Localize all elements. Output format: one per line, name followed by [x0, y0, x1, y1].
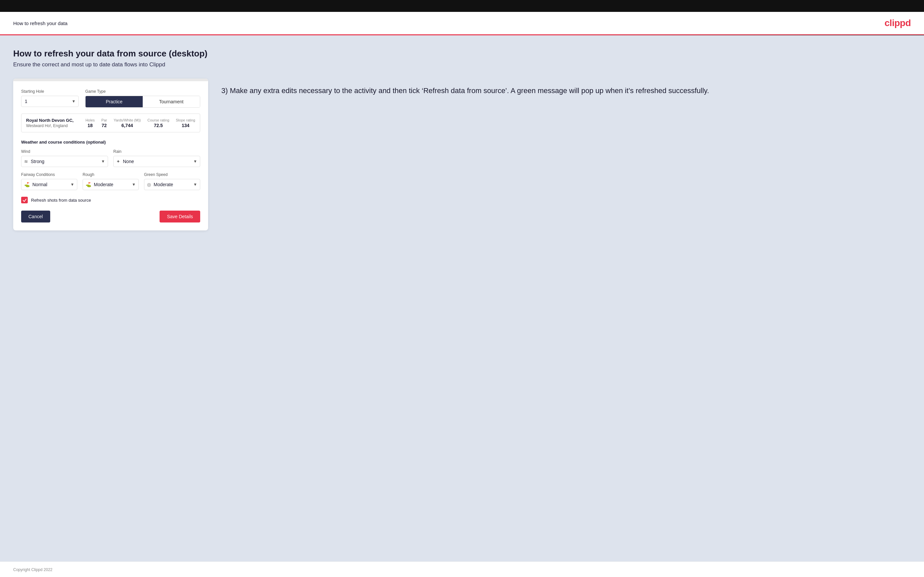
course-rating-label: Course rating: [147, 118, 169, 122]
starting-hole-group: Starting Hole 1 2 10 ▼: [21, 89, 79, 108]
fairway-select-wrapper: ⛳ Normal Soft Hard ▼: [21, 179, 77, 190]
starting-hole-label: Starting Hole: [21, 89, 79, 94]
green-speed-select-wrapper: ◎ Moderate Slow Fast ▼: [144, 179, 200, 190]
course-stat-slope-rating: Slope rating 134: [176, 118, 195, 128]
course-stat-yards: Yards/White (M)) 6,744: [114, 118, 141, 128]
refresh-checkbox[interactable]: [21, 197, 28, 203]
fairway-select[interactable]: Normal Soft Hard: [32, 179, 77, 190]
wind-select[interactable]: Strong None Light Moderate: [31, 156, 108, 167]
card-top-strip: [13, 79, 208, 81]
checkbox-row: Refresh shots from data source: [21, 197, 200, 203]
green-speed-icon: ◎: [144, 182, 153, 187]
green-speed-label: Green Speed: [144, 172, 200, 177]
starting-hole-select[interactable]: 1 2 10: [21, 96, 78, 106]
header-title: How to refresh your data: [13, 21, 68, 26]
refresh-checkbox-label: Refresh shots from data source: [31, 198, 91, 203]
wind-group: Wind ≋ Strong None Light Moderate ▼: [21, 149, 108, 167]
course-name: Royal North Devon GC,: [26, 118, 79, 123]
holes-label: Holes: [86, 118, 95, 122]
form-actions: Cancel Save Details: [21, 211, 200, 222]
form-inner: Starting Hole 1 2 10 ▼ Game Type: [13, 81, 208, 230]
game-type-label: Game Type: [85, 89, 200, 94]
fairway-group: Fairway Conditions ⛳ Normal Soft Hard ▼: [21, 172, 77, 190]
top-bar: [0, 0, 924, 12]
course-location: Westward Ho!, England: [26, 124, 79, 128]
yards-label: Yards/White (M)): [114, 118, 141, 122]
wind-icon: ≋: [21, 159, 31, 164]
main-content: How to refresh your data from source (de…: [0, 35, 924, 561]
green-speed-group: Green Speed ◎ Moderate Slow Fast ▼: [144, 172, 200, 190]
green-speed-select[interactable]: Moderate Slow Fast: [153, 179, 200, 190]
course-stat-course-rating: Course rating 72.5: [147, 118, 169, 128]
rough-select-wrapper: ⛳ Moderate Light Heavy ▼: [82, 179, 139, 190]
description-panel: 3) Make any extra edits necessary to the…: [221, 79, 911, 96]
practice-button[interactable]: Practice: [86, 96, 143, 107]
save-button[interactable]: Save Details: [160, 211, 200, 222]
par-label: Par: [102, 118, 107, 122]
yards-value: 6,744: [114, 123, 141, 128]
rough-group: Rough ⛳ Moderate Light Heavy ▼: [82, 172, 139, 190]
conditions-row-2: Fairway Conditions ⛳ Normal Soft Hard ▼: [21, 172, 200, 190]
conditions-section-label: Weather and course conditions (optional): [21, 140, 200, 145]
rain-select[interactable]: None Light Heavy: [123, 156, 200, 167]
logo: clippd: [885, 18, 911, 28]
description-text: 3) Make any extra edits necessary to the…: [221, 85, 911, 96]
rough-select[interactable]: Moderate Light Heavy: [94, 179, 139, 190]
course-rating-value: 72.5: [147, 123, 169, 128]
page-subheading: Ensure the correct and most up to date d…: [13, 61, 911, 68]
fairway-label: Fairway Conditions: [21, 172, 77, 177]
header: How to refresh your data clippd: [0, 12, 924, 35]
fairway-icon: ⛳: [21, 182, 32, 187]
par-value: 72: [102, 123, 107, 128]
rain-icon: ✦: [114, 159, 123, 164]
rough-icon: ⛳: [83, 182, 94, 187]
starting-hole-game-type-row: Starting Hole 1 2 10 ▼ Game Type: [21, 89, 200, 108]
wind-select-wrapper: ≋ Strong None Light Moderate ▼: [21, 156, 108, 167]
rain-label: Rain: [113, 149, 200, 154]
game-type-group: Game Type Practice Tournament: [85, 89, 200, 108]
page-heading: How to refresh your data from source (de…: [13, 48, 911, 59]
course-stat-par: Par 72: [102, 118, 107, 128]
footer: Copyright Clippd 2022: [0, 561, 924, 577]
footer-text: Copyright Clippd 2022: [13, 567, 53, 572]
holes-value: 18: [86, 123, 95, 128]
game-type-buttons: Practice Tournament: [85, 96, 200, 108]
rain-select-wrapper: ✦ None Light Heavy ▼: [113, 156, 200, 167]
form-card: Starting Hole 1 2 10 ▼ Game Type: [13, 79, 208, 230]
course-stat-holes: Holes 18: [86, 118, 95, 128]
course-row: Royal North Devon GC, Westward Ho!, Engl…: [21, 114, 200, 132]
starting-hole-select-wrapper: 1 2 10 ▼: [21, 96, 79, 107]
slope-rating-value: 134: [176, 123, 195, 128]
slope-rating-label: Slope rating: [176, 118, 195, 122]
checkmark-icon: [23, 198, 27, 202]
rough-label: Rough: [82, 172, 139, 177]
rain-group: Rain ✦ None Light Heavy ▼: [113, 149, 200, 167]
content-area: Starting Hole 1 2 10 ▼ Game Type: [13, 79, 911, 230]
cancel-button[interactable]: Cancel: [21, 211, 50, 222]
conditions-row-1: Wind ≋ Strong None Light Moderate ▼: [21, 149, 200, 167]
wind-label: Wind: [21, 149, 108, 154]
tournament-button[interactable]: Tournament: [143, 96, 200, 107]
course-info: Royal North Devon GC, Westward Ho!, Engl…: [26, 118, 79, 128]
